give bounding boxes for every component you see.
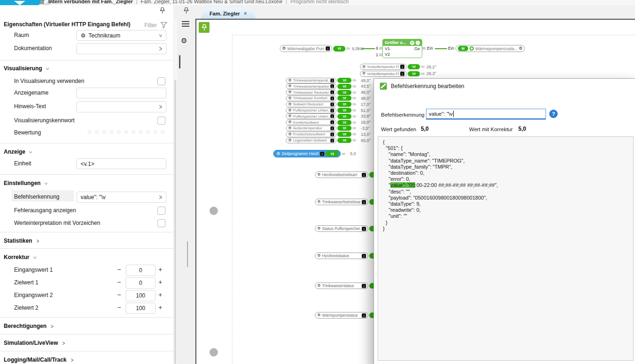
stepper-value[interactable]: 100 — [126, 303, 156, 314]
stepper-value[interactable]: 100 — [126, 290, 156, 301]
vis-use-label: In Visualisierung verwenden — [14, 78, 84, 84]
section-title: Logging/Mail/Call/Track — [4, 357, 67, 363]
help-button[interactable]: ? — [549, 110, 558, 118]
tab-close-icon[interactable]: × — [244, 10, 247, 17]
gear-icon: ⚙ — [288, 109, 291, 112]
filter-funnel-icon[interactable] — [160, 22, 167, 29]
dialog-titlebar[interactable]: Befehlserkennung bearbeiten — [380, 82, 464, 90]
anzeigename-row: Anzeigename — [0, 88, 173, 99]
vorlauf-block[interactable]: ⚙ Vorlauftemperatur FB... ↨ VI 28,3° — [360, 71, 436, 77]
minus-button[interactable]: − — [117, 291, 121, 298]
io-badge: ↨ — [330, 79, 334, 82]
logging-section[interactable]: Logging/Mail/Call/Track> — [0, 355, 173, 364]
simulation-section[interactable]: Simulation/LiveView> — [0, 338, 173, 349]
befehlserkennung-input[interactable]: value": "\v — [426, 109, 546, 119]
viskennwort-checkbox[interactable] — [157, 117, 165, 125]
plus-button[interactable]: + — [158, 291, 162, 298]
befehlserkennung-value: value": "\v — [81, 194, 105, 201]
block-value: 48,0° — [361, 78, 371, 83]
status-block[interactable]: ⚙ Heizkreisstatus ↨ — [315, 253, 377, 259]
menu-icon[interactable] — [182, 21, 189, 27]
json-line: "error": 0, — [383, 176, 633, 182]
wire-number: 6 — [376, 46, 378, 51]
canvas-pin-button[interactable] — [199, 22, 209, 33]
gear-icon: ⚙ — [317, 200, 321, 204]
chevron-down-icon: > — [158, 34, 164, 37]
vi-pill: VI — [337, 90, 351, 95]
status-block[interactable]: ⚙ Trinkwasserbetriebsart ↨ — [315, 199, 377, 205]
comparator-input-row: V2 — [383, 52, 422, 57]
stepper-value[interactable]: 0 — [126, 277, 156, 289]
plus-button[interactable]: + — [158, 266, 162, 273]
vorlauf-block[interactable]: ⚙ Vorlauftemperatur FB... ↨ VI 28,2° — [360, 64, 436, 70]
anzeigename-input[interactable] — [76, 88, 166, 98]
einstellungen-section[interactable]: Einstellungen> — [0, 178, 173, 190]
berechtigungen-section[interactable]: Berechtigungen> — [0, 321, 173, 333]
io-badge: ↨ — [362, 284, 366, 288]
block-value: 46,0° — [361, 90, 371, 95]
minus-button[interactable]: − — [117, 266, 121, 273]
sensor-block[interactable]: ⚙ Außentemperatur ↨ VI -3,5° — [286, 126, 370, 131]
io-badge: ↨ — [330, 120, 334, 124]
fehlerausgang-checkbox[interactable] — [157, 207, 165, 215]
json-line: "dataType_name": "TIMEPROG", — [383, 158, 633, 164]
info-icon[interactable]: i — [416, 41, 420, 45]
sensor-block[interactable]: ⚙ Pufferspeicher Unten... ↨ VI 33,8° — [286, 113, 371, 119]
statistiken-section[interactable]: Statistiken> — [0, 236, 173, 247]
room-select[interactable]: ⚙ Technikraum > — [76, 30, 166, 41]
status-block[interactable]: ⚙ Wärmpumpenstatus ↨ — [315, 312, 377, 319]
settings-gear-icon[interactable]: ⚙ — [181, 37, 187, 44]
befehlserkennung-field[interactable]: value": "\v > — [76, 192, 166, 203]
tab-fam-ziegler[interactable]: Fam. Ziegler × — [201, 8, 256, 19]
stepper-value[interactable]: 0 — [126, 265, 156, 276]
pin-toolbar-icon[interactable] — [183, 7, 189, 15]
status-block[interactable]: ⚙ Heizkreisbetriebsart ↨ — [315, 171, 377, 178]
status-block[interactable]: ⚙ Trinkwasserstatus ↨ — [315, 282, 377, 289]
visualisierung-section[interactable]: Visualisierung> — [0, 64, 173, 75]
sensor-block[interactable]: ⚙ Frostschutzsollwert ↨ VI 13,0° — [286, 132, 371, 137]
wire-label: Ein — [448, 46, 454, 51]
sensor-block[interactable]: ⚙ Legionellen-Sollwert ↨ VI 65,0° — [286, 138, 371, 143]
block-value: 43,5° — [361, 84, 371, 89]
io-badge: ↨ — [362, 173, 366, 177]
sensor-block[interactable]: ⚙ Sollwert Reduziert ↨ VI 17,0° — [286, 102, 371, 107]
rating-stars[interactable]: ☆☆☆☆☆☆☆☆☆☆☆ — [87, 128, 167, 135]
korrektur-section[interactable]: Korrektur> — [0, 253, 173, 264]
sensor-block[interactable]: ⚙ Trinkwasser Komfort... ↨ VI 48,0° — [286, 96, 371, 101]
anzeige-section[interactable]: Anzeige> — [0, 147, 173, 158]
minus-button[interactable]: − — [117, 278, 121, 286]
section-title: Visualisierung — [4, 65, 42, 72]
json-line: "readwrite": 0, — [383, 207, 633, 213]
sensor-block[interactable]: ⚙ Komfortsollwert ↨ VI 18,0° — [286, 119, 371, 125]
plus-button[interactable]: + — [158, 278, 162, 286]
gear-icon[interactable]: ⚙ — [410, 41, 414, 45]
einheit-input[interactable]: <v.1> — [76, 158, 166, 169]
vi-pill: VI — [337, 138, 351, 143]
gear-icon: ⚙ — [317, 313, 321, 317]
gear-icon: ⚙ — [288, 139, 291, 142]
werteinterpretation-checkbox[interactable] — [157, 219, 165, 227]
sensor-block[interactable]: ⚙ Trinkwassertemperat... ↨ VI 48,0° — [286, 78, 371, 83]
minus-button[interactable]: − — [117, 304, 121, 311]
plus-button[interactable]: + — [158, 304, 162, 311]
toolbar-scrollbar-thumb[interactable] — [179, 55, 180, 68]
json-line: "value": "05:00-22:00 ##;##-##;## ##;##-… — [383, 182, 633, 188]
gear-icon: ⚙ — [288, 90, 291, 94]
hinweis-field[interactable]: > — [76, 101, 166, 112]
gear-icon: ⚙ — [288, 79, 291, 82]
status-block[interactable]: ⚙ Status Pufferspeicher ↨ — [315, 225, 377, 232]
sidebar-scrollbar-thumb[interactable] — [174, 80, 176, 364]
werteinterpretation-label: Werteinterpretation mit Vorzeichen — [14, 220, 100, 226]
pump-block[interactable]: ⚙ Wärmeabgabe Pumpe ↨ VI 6,0kW — [280, 45, 364, 52]
chevron-right-icon: > — [159, 45, 162, 52]
documentation-field[interactable]: > — [76, 43, 166, 54]
comparator-block[interactable]: Größer o... ⚙ i V1 Ge V2 — [382, 39, 422, 58]
sensor-block[interactable]: ⚙ Trinkwasser Reduziert... ↨ VI 46,0° — [286, 89, 371, 95]
sensor-block[interactable]: ⚙ Pufferspeicher Unten... ↨ VI 51,0° — [286, 108, 371, 113]
heatpump-state-block[interactable]: M Wärmepumpenzusta... ⚙ — [456, 45, 525, 52]
block-label: Trinkwasserbetriebsart — [322, 200, 360, 204]
pin-panel-icon[interactable] — [159, 7, 165, 15]
vis-use-checkbox[interactable] — [157, 77, 165, 85]
zeitprogramm-block-selected[interactable]: ⚙ Zeitprogramm Heizk... ↨ VI 5,0 — [273, 150, 356, 157]
sensor-block[interactable]: ⚙ Trinkwassertempartur... ↨ VI 43,5° — [286, 83, 371, 89]
